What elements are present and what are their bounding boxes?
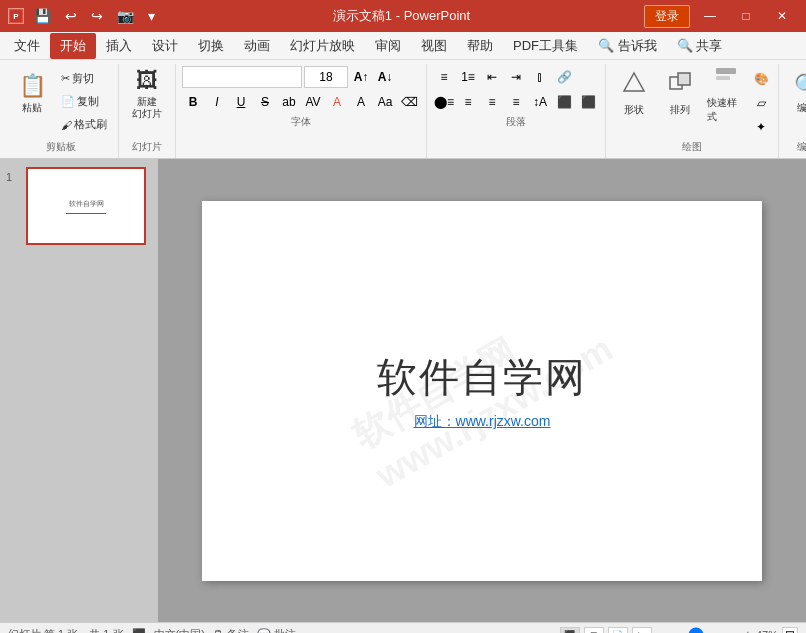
copy-button[interactable]: 📄复制 bbox=[56, 91, 112, 112]
text-direction-btn[interactable]: ↕A bbox=[529, 91, 551, 113]
underline-button[interactable]: U bbox=[230, 91, 252, 113]
screenshot-btn[interactable]: 📷 bbox=[113, 6, 138, 26]
menu-help[interactable]: 帮助 bbox=[457, 33, 503, 59]
effect-btn[interactable]: ✦ bbox=[750, 116, 772, 138]
font-family-input[interactable] bbox=[182, 66, 302, 88]
minimize-button[interactable]: — bbox=[694, 5, 726, 27]
cut-button[interactable]: ✂剪切 bbox=[56, 68, 112, 89]
paste-icon: 📋 bbox=[19, 73, 46, 99]
strikethrough-button[interactable]: S bbox=[254, 91, 276, 113]
bullet-list-btn[interactable]: ≡ bbox=[433, 66, 455, 88]
slide-canvas[interactable]: 软件自学网www.rjzxw.com 软件自学网 网址：www.rjzxw.co… bbox=[202, 201, 762, 581]
quick-styles-icon bbox=[714, 64, 738, 94]
case-btn[interactable]: Aa bbox=[374, 91, 396, 113]
menu-insert[interactable]: 插入 bbox=[96, 33, 142, 59]
menu-tell-me[interactable]: 🔍 告诉我 bbox=[588, 33, 667, 59]
menu-slideshow[interactable]: 幻灯片放映 bbox=[280, 33, 365, 59]
svg-rect-4 bbox=[678, 73, 690, 85]
ribbon-group-clipboard: 📋 粘贴 ✂剪切 📄复制 🖌格式刷 剪贴板 bbox=[4, 64, 119, 158]
reading-view-btn[interactable]: 📄 bbox=[608, 627, 628, 634]
edit-icon: 🔍 bbox=[794, 73, 807, 99]
slide-thumbnail[interactable]: 软件自学网 bbox=[26, 167, 146, 245]
shadow-button[interactable]: ab bbox=[278, 91, 300, 113]
undo-btn[interactable]: ↩ bbox=[61, 6, 81, 26]
title-bar: P 💾 ↩ ↪ 📷 ▾ 演示文稿1 - PowerPoint 登录 — □ ✕ bbox=[0, 0, 806, 32]
paste-button[interactable]: 📋 粘贴 bbox=[10, 66, 54, 122]
bold-button[interactable]: B bbox=[182, 91, 204, 113]
new-slide-icon: 🖼 bbox=[136, 68, 158, 94]
shape-button[interactable]: 形状 bbox=[612, 66, 656, 122]
copy-icon: 📄 bbox=[61, 95, 75, 108]
menu-home[interactable]: 开始 bbox=[50, 33, 96, 59]
align-left-btn[interactable]: ⬤≡ bbox=[433, 91, 455, 113]
increase-font-btn[interactable]: A↑ bbox=[350, 66, 372, 88]
close-button[interactable]: ✕ bbox=[766, 5, 798, 27]
svg-marker-2 bbox=[624, 73, 644, 91]
slide-sorter-btn[interactable]: ⊞ bbox=[584, 627, 604, 634]
quick-styles-button[interactable]: 快速样式 bbox=[704, 66, 748, 122]
format-painter-icon: 🖌 bbox=[61, 119, 72, 131]
edit-button[interactable]: 🔍 编辑 bbox=[785, 66, 806, 122]
columns-btn[interactable]: ⫿ bbox=[529, 66, 551, 88]
slide-thumb-title: 软件自学网 bbox=[69, 199, 104, 209]
convert-to-smartart-btn[interactable]: ⬛ bbox=[577, 91, 599, 113]
font-row2: B I U S ab AV A A Aa ⌫ bbox=[182, 91, 420, 113]
font-row1: A↑ A↓ bbox=[182, 66, 420, 88]
svg-rect-6 bbox=[716, 76, 730, 80]
decrease-indent-btn[interactable]: ⇤ bbox=[481, 66, 503, 88]
spacing-button[interactable]: AV bbox=[302, 91, 324, 113]
slideshow-btn[interactable]: ▶ bbox=[632, 627, 652, 634]
ribbon-group-drawing: 形状 排列 快速样式 bbox=[606, 64, 779, 158]
italic-button[interactable]: I bbox=[206, 91, 228, 113]
main-area: 1 软件自学网 软件自学网www.rjzxw.com 软件自学网 网址：www.… bbox=[0, 159, 806, 622]
cut-icon: ✂ bbox=[61, 72, 70, 85]
fill-btn[interactable]: 🎨 bbox=[750, 68, 772, 90]
format-painter-button[interactable]: 🖌格式刷 bbox=[56, 114, 112, 135]
numbered-list-btn[interactable]: 1≡ bbox=[457, 66, 479, 88]
align-text-btn[interactable]: ⬛ bbox=[553, 91, 575, 113]
ribbon-group-slides: 🖼 新建幻灯片 幻灯片 bbox=[119, 64, 176, 158]
arrange-button[interactable]: 排列 bbox=[658, 66, 702, 122]
align-center-btn[interactable]: ≡ bbox=[457, 91, 479, 113]
menu-pdf[interactable]: PDF工具集 bbox=[503, 33, 588, 59]
menu-review[interactable]: 审阅 bbox=[365, 33, 411, 59]
decrease-font-btn[interactable]: A↓ bbox=[374, 66, 396, 88]
menu-animations[interactable]: 动画 bbox=[234, 33, 280, 59]
language-info: 中文(中国) bbox=[154, 627, 205, 633]
font-size-input[interactable] bbox=[304, 66, 348, 88]
notes-toggle[interactable]: 🗒 备注 bbox=[213, 627, 249, 633]
zoom-out-btn[interactable]: − bbox=[668, 627, 676, 634]
outline-btn[interactable]: ▱ bbox=[750, 92, 772, 114]
smartart-btn[interactable]: 🔗 bbox=[553, 66, 575, 88]
slide-info: 幻灯片 第 1 张，共 1 张 bbox=[8, 627, 124, 633]
new-slide-button[interactable]: 🖼 新建幻灯片 bbox=[125, 66, 169, 122]
font-label: 字体 bbox=[182, 113, 420, 133]
menu-design[interactable]: 设计 bbox=[142, 33, 188, 59]
save-btn[interactable]: 💾 bbox=[30, 6, 55, 26]
quick-access-more-btn[interactable]: ▾ bbox=[144, 6, 159, 26]
clear-format-btn[interactable]: ⌫ bbox=[398, 91, 420, 113]
increase-indent-btn[interactable]: ⇥ bbox=[505, 66, 527, 88]
align-right-btn[interactable]: ≡ bbox=[481, 91, 503, 113]
status-right: ⬛ ⊞ 📄 ▶ − + 47% ⊡ bbox=[560, 627, 798, 634]
slide-thumb-container: 1 软件自学网 bbox=[6, 167, 152, 245]
font-color-btn[interactable]: A bbox=[326, 91, 348, 113]
redo-btn[interactable]: ↪ bbox=[87, 6, 107, 26]
menu-transitions[interactable]: 切换 bbox=[188, 33, 234, 59]
clipboard-label: 剪贴板 bbox=[10, 138, 112, 158]
comments-toggle[interactable]: 💬 批注 bbox=[257, 627, 296, 633]
maximize-button[interactable]: □ bbox=[730, 5, 762, 27]
menu-file[interactable]: 文件 bbox=[4, 33, 50, 59]
zoom-in-btn[interactable]: + bbox=[744, 627, 752, 634]
svg-rect-5 bbox=[716, 68, 736, 74]
menu-share[interactable]: 🔍 共享 bbox=[667, 33, 733, 59]
menu-view[interactable]: 视图 bbox=[411, 33, 457, 59]
fit-slide-btn[interactable]: ⊡ bbox=[782, 627, 798, 634]
status-bar: 幻灯片 第 1 张，共 1 张 ⬛ 中文(中国) 🗒 备注 💬 批注 ⬛ ⊞ 📄… bbox=[0, 622, 806, 633]
editing-content: 🔍 编辑 bbox=[785, 64, 806, 138]
justify-btn[interactable]: ≡ bbox=[505, 91, 527, 113]
login-button[interactable]: 登录 bbox=[644, 5, 690, 28]
slides-label: 幻灯片 bbox=[125, 138, 169, 158]
highlight-btn[interactable]: A bbox=[350, 91, 372, 113]
normal-view-btn[interactable]: ⬛ bbox=[560, 627, 580, 634]
